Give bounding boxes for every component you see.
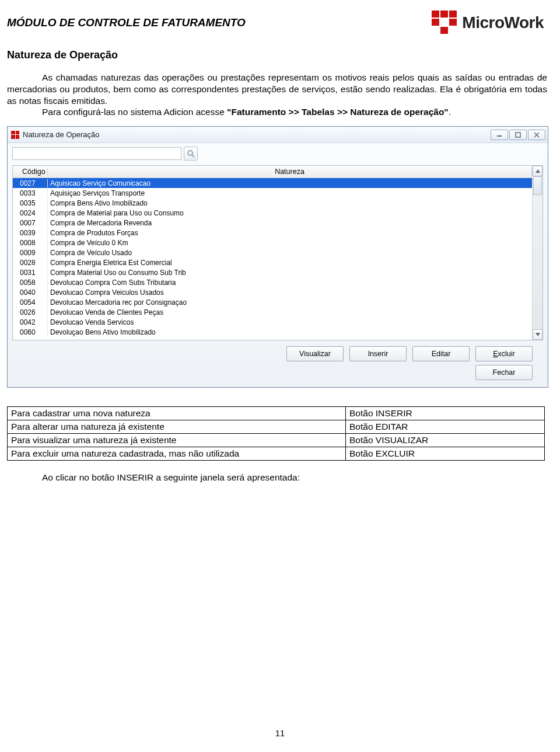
cell-codigo: 0031: [13, 269, 48, 277]
table-row[interactable]: 0007Compra de Mercadoria Revenda: [13, 218, 532, 228]
cell-codigo: 0009: [13, 249, 48, 257]
window-titlebar[interactable]: Natureza de Operação: [8, 127, 548, 143]
visualizar-button[interactable]: Visualizar: [286, 346, 344, 361]
actions-row: Para visualizar uma natureza já existent…: [8, 434, 545, 447]
table-row[interactable]: 0039Compra de Produtos Forças: [13, 228, 532, 238]
table-row[interactable]: 0027Aquisicao Serviço Comunicacao: [13, 178, 532, 188]
maximize-button[interactable]: [509, 130, 527, 140]
actions-row: Para cadastrar uma nova naturezaBotão IN…: [8, 407, 545, 420]
cell-codigo: 0027: [13, 179, 48, 187]
cell-codigo: 0028: [13, 259, 48, 267]
cell-natureza: Compra de Veículo Usado: [48, 249, 532, 257]
cell-codigo: 0039: [13, 229, 48, 237]
cell-natureza: Devoluçao Bens Ativo Imobilizado: [48, 328, 532, 336]
table-row[interactable]: 0028Compra Energia Eletrica Est Comercia…: [13, 257, 532, 267]
search-button[interactable]: [184, 147, 198, 161]
cell-natureza: Devolucao Compra Com Subs Tributaria: [48, 278, 532, 287]
cell-natureza: Compra de Produtos Forças: [48, 229, 532, 237]
actions-table: Para cadastrar uma nova naturezaBotão IN…: [7, 406, 545, 461]
action-description: Para alterar uma natureza já existente: [8, 420, 346, 434]
column-header-codigo[interactable]: Código: [13, 168, 48, 176]
minimize-button[interactable]: [491, 130, 508, 140]
excluir-button[interactable]: Excluir: [475, 346, 533, 361]
vertical-scrollbar[interactable]: [532, 166, 542, 340]
table-row[interactable]: 0026Devolucao Venda de Clientes Peças: [13, 307, 532, 317]
cell-natureza: Compra de Mercadoria Revenda: [48, 219, 532, 227]
table-row[interactable]: 0060Devoluçao Bens Ativo Imobilizado: [13, 327, 532, 337]
action-description: Para visualizar uma natureza já existent…: [8, 434, 346, 447]
search-input[interactable]: [12, 147, 181, 160]
actions-row: Para alterar uma natureza já existenteBo…: [8, 420, 545, 434]
cell-natureza: Devolucao Mercadoria rec por Consignaçao: [48, 298, 532, 307]
cell-codigo: 0060: [13, 328, 48, 336]
app-icon: [11, 131, 19, 139]
table-row[interactable]: 0033Aquisiçao Serviços Transporte: [13, 188, 532, 198]
maximize-icon: [515, 132, 521, 138]
brand-logo-icon: [432, 11, 457, 35]
natureza-table: Código Natureza 0027Aquisicao Serviço Co…: [13, 166, 532, 340]
cell-natureza: Compra de Material para Uso ou Consumo: [48, 209, 532, 217]
cell-natureza: Aquisicao Serviço Comunicacao: [48, 179, 532, 187]
table-row[interactable]: 0042Devolucao Venda Servicos: [13, 317, 532, 327]
actions-row: Para excluir uma natureza cadastrada, ma…: [8, 447, 545, 461]
chevron-up-icon: [536, 169, 540, 173]
section-title: Natureza de Operação: [7, 49, 547, 61]
window-title: Natureza de Operação: [23, 130, 100, 139]
cell-codigo: 0054: [13, 298, 48, 307]
scroll-up-button[interactable]: [533, 166, 542, 176]
search-icon: [187, 149, 195, 158]
table-row[interactable]: 0054Devolucao Mercadoria rec por Consign…: [13, 297, 532, 307]
table-row[interactable]: 0024Compra de Material para Uso ou Consu…: [13, 208, 532, 218]
module-title: MÓDULO DE CONTROLE DE FATURAMENTO: [7, 16, 246, 29]
table-row[interactable]: 0040Devolucao Compra Veiculos Usados: [13, 287, 532, 297]
action-button-name: Botão INSERIR: [346, 407, 545, 420]
action-description: Para cadastrar uma nova natureza: [8, 407, 346, 420]
cell-natureza: Compra Material Uso ou Consumo Sub Trib: [48, 269, 532, 277]
cell-codigo: 0026: [13, 308, 48, 316]
scroll-down-button[interactable]: [533, 329, 542, 340]
brand: MicroWork: [432, 11, 544, 35]
cell-codigo: 0058: [13, 278, 48, 287]
follow-text: Ao clicar no botão INSERIR a seguinte ja…: [7, 472, 547, 483]
cell-codigo: 0024: [13, 209, 48, 217]
cell-codigo: 0007: [13, 219, 48, 227]
cell-natureza: Compra Bens Ativo Imobilizado: [48, 199, 532, 207]
svg-line-5: [192, 155, 194, 157]
fechar-button[interactable]: Fechar: [475, 365, 533, 380]
cell-codigo: 0042: [13, 318, 48, 326]
close-icon: [534, 132, 540, 138]
cell-natureza: Compra de Veículo 0 Km: [48, 239, 532, 247]
intro-paragraph-2: Para configurá-las no sistema Adicion ac…: [7, 106, 547, 118]
cell-natureza: Devolucao Venda Servicos: [48, 318, 532, 326]
chevron-down-icon: [536, 333, 540, 336]
action-button-name: Botão EDITAR: [346, 420, 545, 434]
editar-button[interactable]: Editar: [412, 346, 470, 361]
minimize-icon: [496, 133, 502, 137]
cell-natureza: Compra Energia Eletrica Est Comercial: [48, 259, 532, 267]
intro-paragraph-1: As chamadas naturezas das operações ou p…: [7, 72, 547, 106]
table-row[interactable]: 0035Compra Bens Ativo Imobilizado: [13, 198, 532, 208]
table-row[interactable]: 0009Compra de Veículo Usado: [13, 248, 532, 257]
table-row[interactable]: 0058Devolucao Compra Com Subs Tributaria: [13, 277, 532, 287]
scroll-track[interactable]: [533, 176, 542, 329]
cell-codigo: 0008: [13, 239, 48, 247]
table-row[interactable]: 0008Compra de Veículo 0 Km: [13, 238, 532, 248]
close-button[interactable]: [528, 130, 545, 140]
brand-name: MicroWork: [462, 13, 544, 32]
cell-natureza: Aquisiçao Serviços Transporte: [48, 189, 532, 197]
cell-codigo: 0033: [13, 189, 48, 197]
app-window: Natureza de Operação: [7, 126, 548, 388]
cell-codigo: 0040: [13, 288, 48, 297]
scroll-thumb[interactable]: [533, 176, 542, 195]
svg-marker-6: [536, 169, 540, 173]
cell-codigo: 0035: [13, 199, 48, 207]
action-button-name: Botão EXCLUIR: [346, 447, 545, 461]
action-button-name: Botão VISUALIZAR: [346, 434, 545, 447]
table-row[interactable]: 0031Compra Material Uso ou Consumo Sub T…: [13, 267, 532, 277]
cell-natureza: Devolucao Venda de Clientes Peças: [48, 308, 532, 316]
inserir-button[interactable]: Inserir: [349, 346, 407, 361]
cell-natureza: Devolucao Compra Veiculos Usados: [48, 288, 532, 297]
action-description: Para excluir uma natureza cadastrada, ma…: [8, 447, 346, 461]
column-header-natureza[interactable]: Natureza: [48, 168, 532, 176]
svg-rect-1: [516, 133, 520, 137]
